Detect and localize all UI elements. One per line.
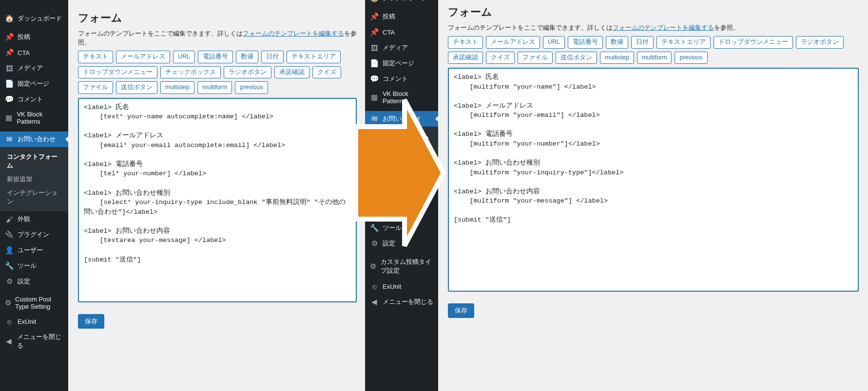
sidebar-item-label: CTA bbox=[383, 29, 395, 36]
form-tag-button[interactable]: URL bbox=[173, 51, 195, 63]
sidebar-item-label: メニューを閉じる bbox=[383, 298, 433, 306]
form-heading: フォーム bbox=[448, 5, 859, 19]
sidebar-item-label: VK Block Patterns bbox=[17, 111, 63, 125]
sidebar-item-dashboard[interactable]: 🏠ダッシュボード bbox=[0, 11, 68, 26]
cta-icon: 📌 bbox=[370, 28, 379, 37]
sidebar-item-label: Custom Post Type Setting bbox=[15, 296, 63, 310]
sidebar-item-cpt[interactable]: ⚙カスタム投稿タイプ設定 bbox=[365, 254, 438, 279]
form-tag-button[interactable]: 日付 bbox=[631, 36, 654, 49]
sidebar-item-plugins[interactable]: 🔌プラグイン bbox=[365, 189, 438, 205]
form-tag-button[interactable]: テキストエリア bbox=[287, 51, 341, 63]
dashboard-icon: 🏠 bbox=[370, 0, 379, 2]
form-tag-button[interactable]: テキスト bbox=[448, 36, 483, 49]
sidebar-item-label: コメント bbox=[383, 74, 408, 83]
sidebar-item-media[interactable]: 🖼メディア bbox=[0, 60, 68, 76]
submenu-item[interactable]: コンタクトフォーム bbox=[0, 150, 68, 172]
form-tag-button[interactable]: テキストエリア bbox=[656, 36, 711, 49]
sidebar-item-media[interactable]: 🖼メディア bbox=[365, 40, 438, 56]
form-tag-button[interactable]: クイズ bbox=[486, 52, 515, 64]
form-tag-button[interactable]: ドロップダウンメニュー bbox=[78, 66, 157, 79]
sidebar-item-users[interactable]: 👤ユーザー bbox=[365, 205, 438, 220]
sidebar-item-contact[interactable]: ✉お問い合わせ bbox=[0, 131, 68, 147]
sidebar-item-plugins[interactable]: 🔌プラグイン bbox=[0, 227, 68, 242]
sidebar-item-collapse[interactable]: ◀メニューを閉じる bbox=[0, 329, 68, 354]
form-tag-button[interactable]: ラジオボタン bbox=[224, 66, 271, 79]
sidebar-item-vk-block[interactable]: ▦VK Block Patterns bbox=[365, 87, 438, 108]
submenu-item[interactable]: 新規追加 bbox=[0, 172, 68, 186]
sidebar-item-contact[interactable]: ✉お問い合わせ bbox=[365, 111, 438, 127]
submenu-item[interactable]: 新規追加 bbox=[365, 143, 438, 157]
form-tag-button[interactable]: URL bbox=[543, 36, 565, 49]
sidebar-item-comments[interactable]: 💬コメント bbox=[365, 71, 438, 87]
form-tag-button[interactable]: メールアドレス bbox=[116, 51, 170, 63]
sidebar-item-label: カスタム投稿タイプ設定 bbox=[381, 258, 433, 275]
submenu-item[interactable]: コンタクトフォーム bbox=[365, 130, 438, 143]
form-tag-button[interactable]: 数値 bbox=[236, 51, 258, 63]
form-tag-button[interactable]: 数値 bbox=[606, 36, 628, 49]
template-edit-link[interactable]: フォームのテンプレートを編集する bbox=[613, 24, 714, 31]
form-tag-button[interactable]: previous bbox=[235, 81, 268, 94]
form-tag-button[interactable]: multiform bbox=[197, 81, 232, 94]
form-tag-button[interactable]: 送信ボタン bbox=[116, 81, 157, 94]
form-tag-button[interactable]: 日付 bbox=[261, 51, 284, 63]
form-tag-button[interactable]: ファイル bbox=[78, 81, 113, 94]
form-tag-button[interactable]: multistep bbox=[600, 52, 634, 64]
form-tag-button[interactable]: 送信ボタン bbox=[556, 52, 597, 64]
sidebar-item-label: 投稿 bbox=[383, 12, 395, 21]
sidebar-item-label: お問い合わせ bbox=[18, 135, 56, 144]
sidebar-item-exunit[interactable]: ⎋ExUnit bbox=[0, 314, 68, 329]
sidebar-item-tools[interactable]: 🔧ツール bbox=[0, 258, 68, 274]
form-template-editor[interactable] bbox=[78, 98, 357, 302]
form-tag-button[interactable]: 承諾確認 bbox=[448, 52, 483, 64]
form-tag-button[interactable]: 電話番号 bbox=[198, 51, 233, 63]
form-tag-button[interactable]: クイズ bbox=[312, 66, 341, 79]
form-tag-button[interactable]: 電話番号 bbox=[568, 36, 603, 49]
sidebar-item-settings[interactable]: ⚙設定 bbox=[0, 274, 68, 289]
form-template-editor[interactable] bbox=[448, 68, 859, 292]
form-tag-button[interactable]: multistep bbox=[160, 81, 194, 94]
sidebar-item-cpt[interactable]: ⚙Custom Post Type Setting bbox=[0, 292, 68, 314]
sidebar-item-label: プラグイン bbox=[383, 192, 414, 201]
save-button[interactable]: 保存 bbox=[448, 303, 474, 318]
submenu-item[interactable]: インテグレーション bbox=[0, 186, 68, 208]
sidebar-item-appearance[interactable]: 🖌外観 bbox=[0, 211, 68, 227]
sidebar-item-tools[interactable]: 🔧ツール bbox=[365, 220, 438, 236]
sidebar-item-cta[interactable]: 📌CTA bbox=[365, 24, 438, 40]
template-edit-link[interactable]: フォームのテンプレートを編集する bbox=[243, 30, 344, 37]
sidebar-item-label: プラグイン bbox=[18, 230, 49, 239]
form-tag-button[interactable]: previous bbox=[675, 52, 707, 64]
sidebar-item-cta[interactable]: 📌CTA bbox=[0, 45, 68, 60]
before-panel: 🏠ダッシュボード📌投稿📌CTA🖼メディア📄固定ページ💬コメント▦VK Block… bbox=[0, 0, 366, 391]
sidebar-item-appearance[interactable]: 🖌外観 bbox=[365, 173, 438, 189]
form-tag-button[interactable]: チェックボックス bbox=[160, 66, 221, 79]
plugins-icon: 🔌 bbox=[370, 192, 379, 201]
vk-block-icon: ▦ bbox=[5, 113, 13, 122]
sidebar-item-exunit[interactable]: ⎋ExUnit bbox=[365, 279, 438, 294]
sidebar-item-label: メニューを閉じる bbox=[17, 333, 63, 350]
form-tag-button[interactable]: multiform bbox=[637, 52, 672, 64]
form-tag-button[interactable]: テキスト bbox=[78, 51, 113, 63]
form-tag-button[interactable]: ファイル bbox=[518, 52, 553, 64]
sidebar-item-comments[interactable]: 💬コメント bbox=[0, 92, 68, 107]
sidebar-item-dashboard[interactable]: 🏠ダッシュボード bbox=[365, 0, 438, 6]
sidebar-item-vk-block[interactable]: ▦VK Block Patterns bbox=[0, 107, 68, 129]
form-tag-button[interactable]: ラジオボタン bbox=[796, 36, 844, 49]
form-heading: フォーム bbox=[78, 11, 357, 25]
form-tag-button[interactable]: 承諾確認 bbox=[274, 66, 309, 79]
sidebar-item-label: メディア bbox=[18, 64, 43, 73]
sidebar-item-pages[interactable]: 📄固定ページ bbox=[365, 56, 438, 71]
form-tag-button[interactable]: ドロップダウンメニュー bbox=[714, 36, 793, 49]
submenu-item[interactable]: インテグレーション bbox=[365, 157, 438, 170]
sidebar-item-label: VK Block Patterns bbox=[383, 90, 433, 105]
sidebar-item-settings[interactable]: ⚙設定 bbox=[365, 236, 438, 251]
form-tag-button[interactable]: メールアドレス bbox=[486, 36, 540, 49]
sidebar-item-posts[interactable]: 📌投稿 bbox=[0, 29, 68, 45]
save-button[interactable]: 保存 bbox=[78, 314, 104, 329]
form-tag-buttons: テキストメールアドレスURL電話番号数値日付テキストエリアドロップダウンメニュー… bbox=[78, 51, 357, 94]
sidebar-item-collapse[interactable]: ◀メニューを閉じる bbox=[365, 294, 438, 310]
sidebar-item-pages[interactable]: 📄固定ページ bbox=[0, 76, 68, 92]
sidebar-item-posts[interactable]: 📌投稿 bbox=[365, 9, 438, 24]
sidebar-item-label: お問い合わせ bbox=[383, 114, 421, 123]
sidebar-item-label: ユーザー bbox=[18, 246, 43, 255]
sidebar-item-users[interactable]: 👤ユーザー bbox=[0, 242, 68, 258]
